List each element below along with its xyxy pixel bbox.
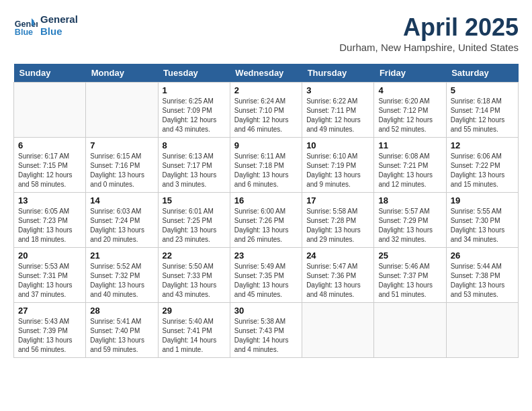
week-row-1: 1Sunrise: 6:25 AM Sunset: 7:09 PM Daylig…: [14, 83, 519, 138]
calendar-cell: 19Sunrise: 5:55 AM Sunset: 7:30 PM Dayli…: [446, 193, 518, 248]
calendar-cell: 21Sunrise: 5:52 AM Sunset: 7:32 PM Dayli…: [86, 248, 158, 303]
week-row-3: 13Sunrise: 6:05 AM Sunset: 7:23 PM Dayli…: [14, 193, 519, 248]
day-number: 12: [451, 140, 514, 150]
calendar-cell: 1Sunrise: 6:25 AM Sunset: 7:09 PM Daylig…: [158, 83, 230, 138]
calendar-cell: 6Sunrise: 6:17 AM Sunset: 7:15 PM Daylig…: [14, 138, 86, 193]
day-number: 28: [90, 306, 153, 316]
day-number: 19: [451, 195, 514, 205]
day-info: Sunrise: 6:17 AM Sunset: 7:15 PM Dayligh…: [18, 152, 81, 189]
calendar-cell: 9Sunrise: 6:11 AM Sunset: 7:18 PM Daylig…: [230, 138, 302, 193]
day-number: 5: [451, 85, 514, 95]
day-info: Sunrise: 5:50 AM Sunset: 7:33 PM Dayligh…: [163, 262, 226, 300]
weekday-header-friday: Friday: [374, 64, 446, 83]
calendar-cell: 5Sunrise: 6:18 AM Sunset: 7:14 PM Daylig…: [446, 83, 518, 138]
day-info: Sunrise: 5:43 AM Sunset: 7:39 PM Dayligh…: [18, 317, 81, 355]
calendar-cell: [446, 303, 518, 358]
calendar-cell: 26Sunrise: 5:44 AM Sunset: 7:38 PM Dayli…: [446, 248, 518, 303]
calendar-cell: 14Sunrise: 6:03 AM Sunset: 7:24 PM Dayli…: [86, 193, 158, 248]
calendar-cell: 11Sunrise: 6:08 AM Sunset: 7:21 PM Dayli…: [374, 138, 446, 193]
calendar-cell: 16Sunrise: 6:00 AM Sunset: 7:26 PM Dayli…: [230, 193, 302, 248]
calendar-cell: 17Sunrise: 5:58 AM Sunset: 7:28 PM Dayli…: [302, 193, 374, 248]
calendar-cell: 15Sunrise: 6:01 AM Sunset: 7:25 PM Dayli…: [158, 193, 230, 248]
day-info: Sunrise: 5:46 AM Sunset: 7:37 PM Dayligh…: [378, 262, 441, 300]
calendar-cell: 7Sunrise: 6:15 AM Sunset: 7:16 PM Daylig…: [86, 138, 158, 193]
day-info: Sunrise: 5:57 AM Sunset: 7:29 PM Dayligh…: [378, 207, 441, 244]
logo-icon: General Blue: [13, 13, 38, 38]
day-info: Sunrise: 5:40 AM Sunset: 7:41 PM Dayligh…: [163, 317, 226, 355]
calendar-cell: 8Sunrise: 6:13 AM Sunset: 7:17 PM Daylig…: [158, 138, 230, 193]
day-number: 13: [18, 195, 81, 205]
day-number: 7: [90, 140, 153, 150]
day-number: 22: [163, 250, 226, 261]
day-info: Sunrise: 6:18 AM Sunset: 7:14 PM Dayligh…: [451, 97, 514, 134]
day-info: Sunrise: 6:05 AM Sunset: 7:23 PM Dayligh…: [18, 207, 81, 244]
logo-line1: General: [40, 13, 78, 26]
day-info: Sunrise: 6:00 AM Sunset: 7:26 PM Dayligh…: [234, 207, 298, 244]
calendar-cell: 29Sunrise: 5:40 AM Sunset: 7:41 PM Dayli…: [158, 303, 230, 358]
calendar-cell: 22Sunrise: 5:50 AM Sunset: 7:33 PM Dayli…: [158, 248, 230, 303]
day-info: Sunrise: 5:38 AM Sunset: 7:43 PM Dayligh…: [234, 317, 298, 355]
day-info: Sunrise: 6:24 AM Sunset: 7:10 PM Dayligh…: [234, 97, 298, 134]
calendar-cell: 23Sunrise: 5:49 AM Sunset: 7:35 PM Dayli…: [230, 248, 302, 303]
day-number: 23: [234, 250, 298, 261]
day-info: Sunrise: 5:47 AM Sunset: 7:36 PM Dayligh…: [306, 262, 369, 300]
day-info: Sunrise: 6:06 AM Sunset: 7:22 PM Dayligh…: [451, 152, 514, 189]
day-number: 2: [234, 85, 298, 95]
calendar-cell: 2Sunrise: 6:24 AM Sunset: 7:10 PM Daylig…: [230, 83, 302, 138]
day-number: 24: [306, 250, 369, 261]
day-info: Sunrise: 6:25 AM Sunset: 7:09 PM Dayligh…: [163, 97, 226, 134]
day-number: 20: [18, 250, 81, 261]
week-row-2: 6Sunrise: 6:17 AM Sunset: 7:15 PM Daylig…: [14, 138, 519, 193]
day-info: Sunrise: 6:01 AM Sunset: 7:25 PM Dayligh…: [163, 207, 226, 244]
weekday-header-thursday: Thursday: [302, 64, 374, 83]
day-number: 8: [163, 140, 226, 150]
day-number: 30: [234, 306, 298, 316]
month-title: April 2025: [339, 13, 519, 42]
day-info: Sunrise: 6:15 AM Sunset: 7:16 PM Dayligh…: [90, 152, 153, 189]
day-number: 25: [378, 250, 441, 261]
day-number: 26: [451, 250, 514, 261]
logo: General Blue General Blue: [13, 13, 78, 38]
day-info: Sunrise: 5:53 AM Sunset: 7:31 PM Dayligh…: [18, 262, 81, 300]
calendar-cell: [86, 83, 158, 138]
weekday-header-sunday: Sunday: [14, 64, 86, 83]
location: Durham, New Hampshire, United States: [339, 42, 519, 53]
calendar-cell: 10Sunrise: 6:10 AM Sunset: 7:19 PM Dayli…: [302, 138, 374, 193]
calendar-cell: 25Sunrise: 5:46 AM Sunset: 7:37 PM Dayli…: [374, 248, 446, 303]
day-info: Sunrise: 5:49 AM Sunset: 7:35 PM Dayligh…: [234, 262, 298, 300]
day-info: Sunrise: 6:22 AM Sunset: 7:11 PM Dayligh…: [306, 97, 369, 134]
week-row-4: 20Sunrise: 5:53 AM Sunset: 7:31 PM Dayli…: [14, 248, 519, 303]
calendar-cell: [302, 303, 374, 358]
day-number: 10: [306, 140, 369, 150]
calendar-cell: 3Sunrise: 6:22 AM Sunset: 7:11 PM Daylig…: [302, 83, 374, 138]
day-number: 21: [90, 250, 153, 261]
weekday-header-wednesday: Wednesday: [230, 64, 302, 83]
calendar-cell: [14, 83, 86, 138]
day-number: 9: [234, 140, 298, 150]
day-number: 3: [306, 85, 369, 95]
day-number: 29: [163, 306, 226, 316]
page-header: General Blue General Blue April 2025 Dur…: [13, 13, 519, 53]
title-area: April 2025 Durham, New Hampshire, United…: [339, 13, 519, 53]
day-info: Sunrise: 5:44 AM Sunset: 7:38 PM Dayligh…: [451, 262, 514, 300]
weekday-header-saturday: Saturday: [446, 64, 518, 83]
calendar-cell: 13Sunrise: 6:05 AM Sunset: 7:23 PM Dayli…: [14, 193, 86, 248]
calendar-cell: 4Sunrise: 6:20 AM Sunset: 7:12 PM Daylig…: [374, 83, 446, 138]
svg-text:Blue: Blue: [15, 28, 33, 37]
calendar-table: SundayMondayTuesdayWednesdayThursdayFrid…: [13, 64, 519, 358]
day-number: 11: [378, 140, 441, 150]
day-info: Sunrise: 6:03 AM Sunset: 7:24 PM Dayligh…: [90, 207, 153, 244]
day-number: 18: [378, 195, 441, 205]
day-info: Sunrise: 6:20 AM Sunset: 7:12 PM Dayligh…: [378, 97, 441, 134]
day-info: Sunrise: 6:10 AM Sunset: 7:19 PM Dayligh…: [306, 152, 369, 189]
weekday-header-tuesday: Tuesday: [158, 64, 230, 83]
day-info: Sunrise: 6:08 AM Sunset: 7:21 PM Dayligh…: [378, 152, 441, 189]
calendar-cell: 30Sunrise: 5:38 AM Sunset: 7:43 PM Dayli…: [230, 303, 302, 358]
logo-line2: Blue: [40, 26, 78, 38]
day-number: 16: [234, 195, 298, 205]
weekday-header-row: SundayMondayTuesdayWednesdayThursdayFrid…: [14, 64, 519, 83]
calendar-cell: 12Sunrise: 6:06 AM Sunset: 7:22 PM Dayli…: [446, 138, 518, 193]
weekday-header-monday: Monday: [86, 64, 158, 83]
calendar-cell: 24Sunrise: 5:47 AM Sunset: 7:36 PM Dayli…: [302, 248, 374, 303]
day-info: Sunrise: 5:58 AM Sunset: 7:28 PM Dayligh…: [306, 207, 369, 244]
